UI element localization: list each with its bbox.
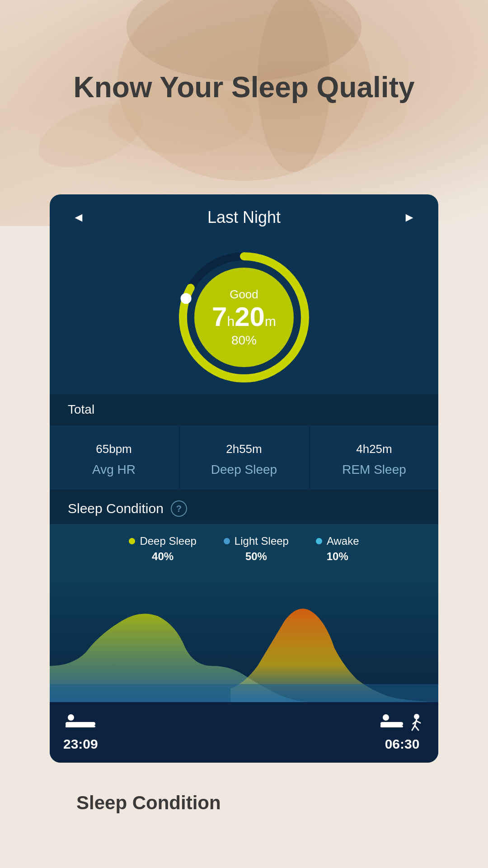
hours-value: 7 (212, 303, 227, 330)
nav-row: ◄ Last Night ► (50, 194, 438, 236)
svg-point-5 (30, 92, 151, 180)
deep-sleep-stat: 2h55m Deep Sleep (179, 425, 308, 490)
awake-dot (316, 538, 322, 544)
svg-point-11 (68, 714, 74, 721)
avg-hr-stat: 65bpm Avg HR (50, 425, 178, 490)
end-time-block: 06:30 (380, 713, 425, 752)
bottom-bar: 23:09 06:30 (50, 702, 438, 763)
legend-awake: Awake 10% (316, 535, 359, 563)
help-icon[interactable]: ? (171, 500, 187, 517)
svg-point-8 (181, 293, 192, 304)
svg-point-19 (414, 714, 419, 719)
awake-name: Awake (327, 535, 359, 547)
total-bar: Total (50, 394, 438, 425)
circle-chart: Good 7 h 20 m 80% (176, 250, 312, 385)
hero-title: Know Your Sleep Quality (0, 70, 488, 105)
chart-svg (50, 576, 438, 702)
minutes-value: 20 (235, 303, 265, 330)
legend-light-dot-row: Light Sleep (224, 535, 289, 547)
svg-point-3 (127, 0, 361, 81)
deep-sleep-name: Deep Sleep (140, 535, 196, 547)
quality-label: Good (230, 288, 258, 302)
quality-percent: 80% (231, 333, 257, 348)
deep-sleep-pct: 40% (152, 550, 174, 563)
svg-line-22 (415, 726, 418, 730)
svg-rect-10 (50, 684, 438, 702)
svg-line-24 (417, 721, 420, 723)
light-sleep-name: Light Sleep (235, 535, 289, 547)
avg-hr-value: 65bpm (59, 438, 169, 457)
sleep-end-icon (380, 713, 425, 733)
legend-awake-dot-row: Awake (316, 535, 359, 547)
period-label: Last Night (207, 208, 281, 227)
main-card: ◄ Last Night ► Good 7 (50, 194, 438, 763)
svg-rect-14 (66, 725, 71, 727)
circle-inner: Good 7 h 20 m 80% (194, 268, 294, 367)
rem-sleep-value: 4h25m (319, 438, 429, 457)
stats-row: 65bpm Avg HR 2h55m Deep Sleep 4h25m REM … (50, 425, 438, 490)
light-sleep-dot (224, 538, 230, 544)
next-button[interactable]: ► (403, 210, 416, 225)
sleep-chart: Deep Sleep (50, 576, 438, 702)
prev-button[interactable]: ◄ (72, 210, 85, 225)
condition-section: Sleep Condition ? (50, 490, 438, 524)
legend-deep-dot-row: Deep Sleep (129, 535, 196, 547)
legend-light-sleep: Light Sleep 50% (224, 535, 289, 563)
minutes-unit: m (265, 315, 276, 328)
svg-line-21 (412, 726, 415, 730)
hero-background (0, 0, 488, 226)
deep-sleep-dot (129, 538, 135, 544)
rem-sleep-stat: 4h25m REM Sleep (309, 425, 438, 490)
hours-unit: h (227, 315, 235, 328)
light-sleep-pct: 50% (245, 550, 267, 563)
end-time: 06:30 (385, 736, 420, 752)
awake-pct: 10% (327, 550, 348, 563)
total-label: Total (68, 402, 94, 416)
rem-sleep-label: REM Sleep (319, 462, 429, 477)
svg-point-15 (383, 714, 389, 721)
condition-title: Sleep Condition (68, 501, 164, 516)
condition-sleep-label: Sleep Condition (76, 792, 221, 814)
sleep-duration: 7 h 20 m (212, 303, 276, 330)
deep-sleep-label: Deep Sleep (189, 462, 299, 477)
avg-hr-label: Avg HR (59, 462, 169, 477)
start-time-block: 23:09 (63, 713, 98, 752)
legend-area: Deep Sleep 40% Light Sleep 50% Awake 10% (50, 524, 438, 576)
start-time: 23:09 (63, 736, 98, 752)
condition-title-row: Sleep Condition ? (68, 500, 420, 517)
legend-deep-sleep: Deep Sleep 40% (129, 535, 196, 563)
svg-rect-18 (380, 725, 386, 727)
sleep-quality-circle: Good 7 h 20 m 80% (50, 236, 438, 394)
deep-sleep-value: 2h55m (189, 438, 299, 457)
legend-row: Deep Sleep 40% Light Sleep 50% Awake 10% (68, 535, 420, 563)
sleep-start-icon (65, 713, 96, 733)
